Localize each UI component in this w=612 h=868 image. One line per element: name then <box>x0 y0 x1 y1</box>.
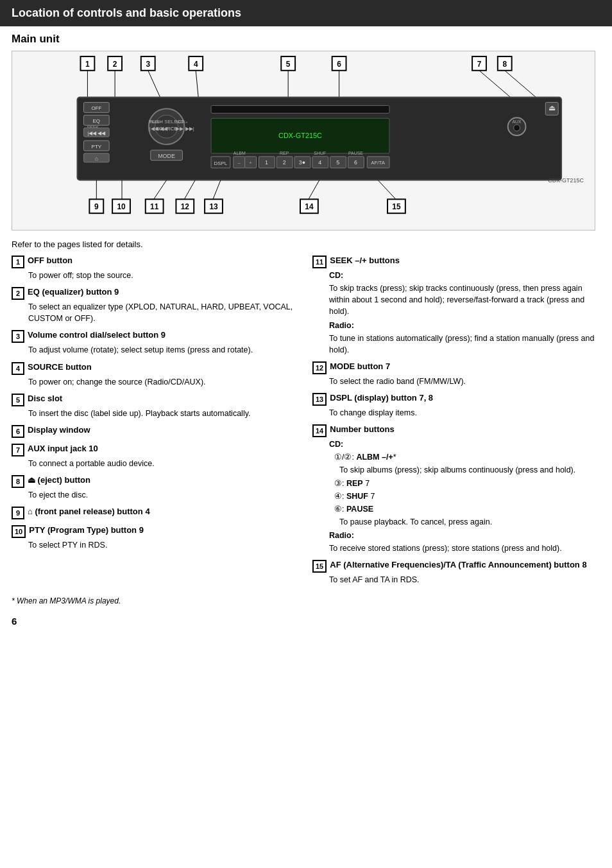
main-content: Main unit 1 2 3 4 5 <box>0 33 612 638</box>
svg-point-75 <box>514 125 520 131</box>
item-3: 3 Volume control dial/select button 9 To… <box>12 330 300 356</box>
item-10: 10 PTY (Program Type) button 9 To select… <box>12 525 300 551</box>
item-6: 6 Display window <box>12 425 300 438</box>
device-diagram-svg: 1 2 3 4 5 6 7 <box>12 51 595 230</box>
item-13-title: DSPL (display) button 7, 8 <box>330 393 433 403</box>
item-10-body: To select PTY in RDS. <box>12 539 300 551</box>
item-12: 12 MODE button 7 To select the radio ban… <box>312 361 600 387</box>
item-14: 14 Number buttons CD: ①/②: ALBM –/+* To … <box>312 424 600 554</box>
svg-text:CDX-GT215C: CDX-GT215C <box>548 177 584 184</box>
svg-text:⏏: ⏏ <box>548 103 556 112</box>
item-12-title: MODE button 7 <box>330 361 390 371</box>
svg-text:SEEK–: SEEK– <box>149 120 162 124</box>
item-5-body: To insert the disc (label side up). Play… <box>12 408 300 419</box>
callout-8: 8 <box>12 475 24 488</box>
item-1-body: To power off; stop the source. <box>12 270 300 281</box>
svg-text:REP: REP <box>280 151 289 155</box>
item-11: 11 SEEK –/+ buttons CD: To skip tracks (… <box>312 256 600 356</box>
page-header: Location of controls and basic operation… <box>0 0 612 26</box>
callout-7: 7 <box>12 444 24 456</box>
item-2-body: To select an equalizer type (XPLOD, NATU… <box>12 301 300 324</box>
svg-text:MODE: MODE <box>158 153 175 159</box>
item-4-title: SOURCE button <box>28 362 92 372</box>
callout-1: 1 <box>12 256 24 268</box>
svg-text:⌂: ⌂ <box>95 155 98 162</box>
item-7-title: AUX input jack 10 <box>28 444 98 453</box>
device-diagram-wrapper: 1 2 3 4 5 6 7 <box>12 51 600 230</box>
right-column: 11 SEEK –/+ buttons CD: To skip tracks (… <box>312 256 600 591</box>
intro-text: Refer to the pages listed for details. <box>12 239 600 249</box>
callout-10: 10 <box>12 525 26 538</box>
item-11-title: SEEK –/+ buttons <box>330 256 400 265</box>
svg-text:2: 2 <box>283 159 286 166</box>
svg-text:4: 4 <box>318 159 321 166</box>
svg-text:EQ: EQ <box>93 118 100 124</box>
svg-text:4: 4 <box>194 60 198 69</box>
svg-text:15: 15 <box>392 202 401 211</box>
page-number: 6 <box>12 616 600 627</box>
callout-15: 15 <box>312 560 327 573</box>
item-5-title: Disc slot <box>28 394 62 403</box>
svg-text:10: 10 <box>117 202 126 211</box>
descriptions: 1 OFF button To power off; stop the sour… <box>12 256 600 591</box>
svg-text:1: 1 <box>85 60 90 69</box>
callout-5: 5 <box>12 394 24 406</box>
item-2: 2 EQ (equalizer) button 9 To select an e… <box>12 287 300 324</box>
svg-line-11 <box>196 71 198 98</box>
item-2-title: EQ (equalizer) button 9 <box>28 287 119 297</box>
callout-2: 2 <box>12 287 24 300</box>
item-15-title: AF (Alternative Frequencies)/TA (Traffic… <box>330 560 586 569</box>
svg-text:1: 1 <box>265 159 268 166</box>
svg-text:▶▶ ▶▶|: ▶▶ ▶▶| <box>176 126 194 132</box>
header-title: Location of controls and basic operation… <box>12 6 241 19</box>
item-8: 8 ⏏ (eject) button To eject the disc. <box>12 475 300 501</box>
svg-text:6: 6 <box>337 60 341 69</box>
svg-text:7: 7 <box>477 60 482 69</box>
svg-line-90 <box>213 180 221 200</box>
svg-text:PAUSE: PAUSE <box>348 151 363 155</box>
callout-14: 14 <box>312 424 327 437</box>
section-title: Main unit <box>12 33 600 46</box>
item-5: 5 Disc slot To insert the disc (label si… <box>12 394 300 419</box>
svg-text:AUX: AUX <box>512 119 522 124</box>
item-13-body: To change display items. <box>312 407 600 419</box>
svg-line-87 <box>184 180 195 200</box>
svg-text:5: 5 <box>286 60 291 69</box>
item-1-title: OFF button <box>28 256 72 265</box>
item-7: 7 AUX input jack 10 To connect a portabl… <box>12 444 300 469</box>
svg-line-20 <box>479 71 511 98</box>
svg-text:9: 9 <box>94 202 99 211</box>
callout-12: 12 <box>312 361 327 374</box>
svg-text:–: – <box>238 160 241 166</box>
svg-line-84 <box>154 180 167 200</box>
left-column: 1 OFF button To power off; stop the sour… <box>12 256 300 591</box>
item-15-body: To set AF and TA in RDS. <box>312 574 600 586</box>
callout-6: 6 <box>12 425 24 438</box>
item-7-body: To connect a portable audio device. <box>12 458 300 469</box>
item-8-body: To eject the disc. <box>12 489 300 501</box>
item-3-body: To adjust volume (rotate); select setup … <box>12 344 300 356</box>
svg-text:11: 11 <box>150 202 159 211</box>
svg-text:SHUF: SHUF <box>314 151 326 155</box>
callout-9: 9 <box>12 507 24 519</box>
svg-text:12: 12 <box>181 202 190 211</box>
item-4-body: To power on; change the source (Radio/CD… <box>12 376 300 388</box>
item-15: 15 AF (Alternative Frequencies)/TA (Traf… <box>312 560 600 586</box>
item-1: 1 OFF button To power off; stop the sour… <box>12 256 300 281</box>
svg-text:DSPL: DSPL <box>214 161 228 166</box>
item-9-title: ⌂ (front panel release) button 4 <box>28 507 150 516</box>
svg-text:SEEK+: SEEK+ <box>175 120 188 124</box>
callout-13: 13 <box>312 393 327 406</box>
item-12-body: To select the radio band (FM/MW/LW). <box>312 376 600 387</box>
svg-line-93 <box>309 180 319 200</box>
svg-text:AF/TA: AF/TA <box>371 160 386 166</box>
footnote: * When an MP3/WMA is played. <box>12 596 600 605</box>
item-10-title: PTY (Program Type) button 9 <box>29 525 144 535</box>
svg-line-23 <box>505 71 536 98</box>
svg-text:3: 3 <box>146 60 150 69</box>
svg-rect-46 <box>211 105 389 113</box>
svg-text:CDX-GT215C: CDX-GT215C <box>278 132 322 139</box>
item-8-title: ⏏ (eject) button <box>28 475 90 485</box>
svg-text:3●: 3● <box>299 159 305 166</box>
item-14-body: CD: ①/②: ALBM –/+* To skip albums (press… <box>312 438 600 554</box>
